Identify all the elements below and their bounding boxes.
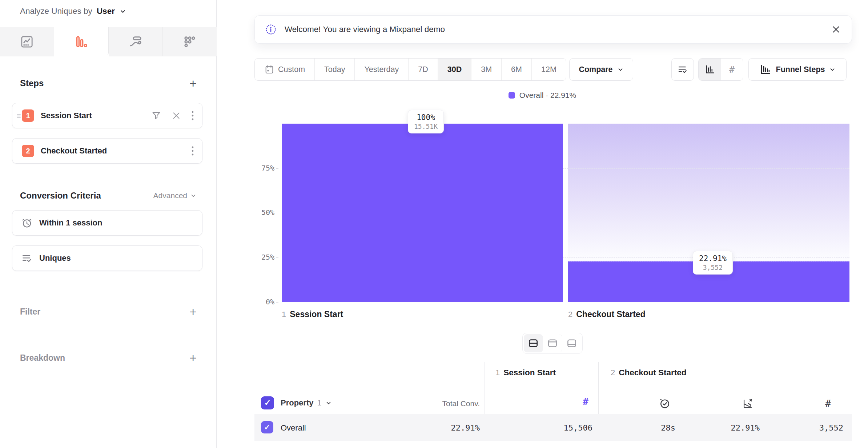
flows-icon: [128, 35, 143, 49]
conversion-window-label[interactable]: Within 1 session: [39, 218, 102, 228]
welcome-banner: Welcome! You are viewing a Mixpanel demo: [254, 15, 852, 44]
count-metric-icon[interactable]: #: [825, 398, 831, 409]
group-step-name: Session Start: [503, 368, 556, 377]
info-icon: [265, 24, 277, 35]
filter-icon[interactable]: [151, 111, 161, 121]
close-banner-icon[interactable]: [831, 25, 841, 34]
drag-handle-icon[interactable]: [16, 112, 22, 120]
list-check-icon: [677, 64, 688, 75]
add-step-button[interactable]: +: [189, 77, 197, 89]
avg-time-metric-icon[interactable]: [659, 397, 671, 409]
group-step-name: Checkout Started: [619, 368, 686, 377]
step-number-badge: 1: [22, 109, 34, 122]
tab-flows[interactable]: [109, 27, 163, 56]
y-axis-tick: 75%: [249, 164, 274, 172]
date-range-6m[interactable]: 6M: [502, 59, 532, 80]
step1-count-metric-icon[interactable]: #: [576, 396, 595, 407]
table-only-view-icon[interactable]: [562, 334, 581, 352]
compare-button[interactable]: Compare: [569, 58, 633, 81]
chart-type-label: Funnel Steps: [776, 65, 825, 74]
insights-icon: [20, 35, 34, 49]
step-event-name[interactable]: Session Start: [41, 111, 151, 120]
show-numbers-toggle[interactable]: #: [721, 59, 743, 80]
tab-insights[interactable]: [0, 27, 54, 56]
chart-only-view-icon[interactable]: [543, 334, 562, 352]
date-range-label: 7D: [418, 65, 428, 74]
counting-method-card[interactable]: Uniques: [12, 245, 202, 271]
step-number-badge: 2: [22, 145, 34, 157]
date-range-today[interactable]: Today: [315, 59, 355, 80]
retention-icon: [182, 35, 197, 49]
breakdown-title: Breakdown: [20, 353, 65, 363]
date-range-30d[interactable]: 30D: [438, 59, 471, 80]
legend-label: Overall · 22.91%: [519, 91, 576, 100]
date-range-yesterday[interactable]: Yesterday: [355, 59, 409, 80]
date-range-label: 6M: [511, 65, 522, 74]
cell-step2-avg-time: 28s: [603, 423, 675, 432]
property-label: Property: [281, 398, 313, 408]
query-builder-sidebar: Analyze Uniques by User: [0, 0, 217, 448]
date-range-12m[interactable]: 12M: [532, 59, 566, 80]
conv-rate-metric-icon[interactable]: [742, 397, 754, 409]
funnels-icon: [74, 35, 88, 49]
add-filter-button[interactable]: +: [189, 305, 197, 318]
conversion-window-card[interactable]: Within 1 session: [12, 210, 202, 236]
counting-method-label[interactable]: Uniques: [39, 253, 71, 263]
date-range-3m[interactable]: 3M: [471, 59, 502, 80]
x-axis-label-step2: 2 Checkout Started: [568, 309, 646, 319]
value-display-toggle: #: [698, 58, 743, 81]
filter-title: Filter: [20, 307, 40, 317]
chevron-down-icon[interactable]: [119, 8, 126, 15]
kebab-menu-icon[interactable]: [191, 110, 194, 121]
date-range-label: 30D: [447, 65, 462, 74]
analyze-by-label: Analyze Uniques by: [20, 7, 92, 16]
row-label: Overall: [281, 423, 306, 433]
tab-funnels[interactable]: [54, 27, 108, 56]
advanced-dropdown[interactable]: Advanced: [153, 191, 197, 200]
calendar-icon: [264, 64, 274, 75]
x-axis-label-step1: 1 Session Start: [282, 309, 343, 319]
step-event-name[interactable]: Checkout Started: [41, 146, 191, 156]
conversion-criteria-title: Conversion Criteria: [20, 191, 101, 201]
date-range-7d[interactable]: 7D: [409, 59, 438, 80]
step-number: 1: [282, 310, 286, 319]
cell-total-conv: 22.91%: [407, 423, 480, 432]
mixpanel-funnel-report: Analyze Uniques by User: [0, 0, 868, 448]
analyze-entity-dropdown[interactable]: User: [97, 7, 115, 16]
cell-step1-count: 15,506: [520, 423, 592, 432]
remove-step-icon[interactable]: [172, 111, 181, 120]
banner-message: Welcome! You are viewing a Mixpanel demo: [285, 25, 831, 34]
bar-value-label-step1: 100% 15.51K: [408, 110, 444, 133]
y-axis-tick-mark: [276, 257, 278, 258]
cell-step2-count: 3,552: [771, 423, 843, 432]
step-name: Session Start: [290, 309, 343, 319]
date-range-label: Yesterday: [364, 65, 399, 74]
chart-type-selector[interactable]: Funnel Steps: [748, 58, 847, 81]
select-all-checkbox[interactable]: ✓: [261, 396, 274, 409]
add-breakdown-button[interactable]: +: [189, 352, 197, 364]
property-selector[interactable]: Property 1: [281, 398, 332, 408]
report-type-tabs: [0, 27, 217, 56]
step-card-checkout-started[interactable]: 2 Checkout Started: [12, 138, 202, 164]
funnel-dropoff-gradient: [568, 124, 849, 261]
funnel-bar-step1[interactable]: [282, 124, 563, 302]
funnel-chart: 75% 50% 25% 0% 100% 15.51K 22.91% 3,552 …: [282, 124, 849, 302]
date-range-custom[interactable]: Custom: [255, 59, 315, 80]
steps-section-header: Steps +: [20, 77, 197, 89]
y-axis-tick-mark: [276, 168, 278, 169]
split-view-icon[interactable]: [524, 334, 543, 352]
kebab-menu-icon[interactable]: [191, 145, 194, 156]
show-percent-chart-toggle[interactable]: [699, 59, 721, 80]
step-card-session-start[interactable]: 1 Session Start: [12, 103, 202, 128]
advanced-label: Advanced: [153, 191, 187, 200]
legend-swatch: [509, 92, 515, 99]
tab-retention[interactable]: [163, 27, 217, 56]
group-step-number: 1: [495, 368, 500, 377]
date-range-label: Custom: [278, 65, 305, 74]
row-checkbox[interactable]: ✓: [261, 421, 273, 433]
alarm-clock-icon: [21, 217, 33, 229]
uniques-metric-button[interactable]: [671, 58, 694, 81]
group-step-number: 2: [611, 368, 615, 377]
step-number: 2: [568, 310, 572, 319]
total-conv-column-header[interactable]: Total Conv.: [407, 399, 480, 408]
